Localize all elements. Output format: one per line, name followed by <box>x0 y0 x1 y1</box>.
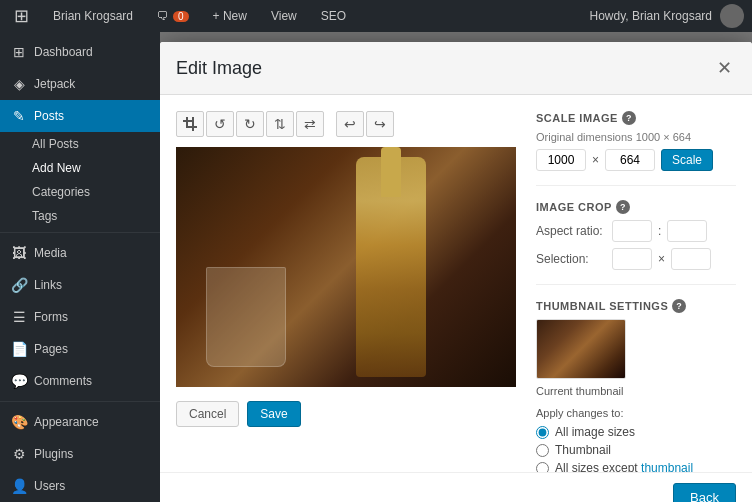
undo-button[interactable]: ↩ <box>336 111 364 137</box>
save-button[interactable]: Save <box>247 401 300 427</box>
comments-icon: 💬 <box>10 373 28 389</box>
flip-vertical-button[interactable]: ⇅ <box>266 111 294 137</box>
thumbnail-options: All image sizes Thumbnail All sizes exce… <box>536 425 736 472</box>
scale-height-input[interactable] <box>605 149 655 171</box>
sidebar-sub-tags[interactable]: Tags <box>0 204 160 228</box>
appearance-icon: 🎨 <box>10 414 28 430</box>
radio-thumbnail-label: Thumbnail <box>555 443 611 457</box>
modal-footer: Back <box>160 472 752 502</box>
scale-width-input[interactable] <box>536 149 586 171</box>
radio-except-thumbnail[interactable]: All sizes except thumbnail <box>536 461 736 472</box>
view-button[interactable]: View <box>265 0 303 32</box>
scale-separator: × <box>592 153 599 167</box>
radio-all-sizes-label: All image sizes <box>555 425 635 439</box>
radio-thumbnail[interactable]: Thumbnail <box>536 443 736 457</box>
scale-title: SCALE IMAGE ? <box>536 111 736 125</box>
pages-icon: 📄 <box>10 341 28 357</box>
sidebar: ⊞ Dashboard ◈ Jetpack ✎ Posts All Posts … <box>0 32 160 502</box>
image-preview <box>176 147 516 387</box>
sidebar-item-jetpack[interactable]: ◈ Jetpack <box>0 68 160 100</box>
sidebar-item-appearance[interactable]: 🎨 Appearance <box>0 406 160 438</box>
back-button[interactable]: Back <box>673 483 736 502</box>
selection-separator: × <box>658 252 665 266</box>
sidebar-item-dashboard[interactable]: ⊞ Dashboard <box>0 36 160 68</box>
bottle-neck-visual <box>381 147 401 197</box>
sidebar-item-forms[interactable]: ☰ Forms <box>0 301 160 333</box>
sidebar-item-users[interactable]: 👤 Users <box>0 470 160 502</box>
rotate-right-button[interactable]: ↻ <box>236 111 264 137</box>
apply-changes-label: Apply changes to: <box>536 407 736 419</box>
thumbnail-help-icon[interactable]: ? <box>672 299 686 313</box>
settings-panel: SCALE IMAGE ? Original dimensions 1000 ×… <box>536 111 736 456</box>
wp-logo[interactable]: ⊞ <box>8 0 35 32</box>
scale-help-icon[interactable]: ? <box>622 111 636 125</box>
sidebar-item-comments[interactable]: 💬 Comments <box>0 365 160 397</box>
radio-except-thumbnail-input[interactable] <box>536 462 549 473</box>
edit-image-modal: Edit Image ✕ ↺ ↻ ⇅ <box>160 42 752 502</box>
modal-header: Edit Image ✕ <box>160 42 752 95</box>
main-content: Add New Post Publish Edit Image ✕ <box>160 32 752 502</box>
thumbnail-title: THUMBNAIL SETTINGS ? <box>536 299 736 313</box>
admin-bar-left: ⊞ Brian Krogsard 🗨 0 + New View SEO <box>8 0 578 32</box>
seo-button[interactable]: SEO <box>315 0 352 32</box>
avatar <box>720 4 744 28</box>
sidebar-sub-categories[interactable]: Categories <box>0 180 160 204</box>
sidebar-item-plugins[interactable]: ⚙ Plugins <box>0 438 160 470</box>
site-name[interactable]: Brian Krogsard <box>47 0 139 32</box>
sidebar-divider <box>0 232 160 233</box>
thumbnail-preview <box>536 319 626 379</box>
except-thumbnail-link[interactable]: thumbnail <box>641 461 693 472</box>
crop-title: IMAGE CROP ? <box>536 200 736 214</box>
forms-icon: ☰ <box>10 309 28 325</box>
sidebar-sub-allposts[interactable]: All Posts <box>0 132 160 156</box>
rotate-left-button[interactable]: ↺ <box>206 111 234 137</box>
aspect-ratio-height-input[interactable] <box>667 220 707 242</box>
posts-icon: ✎ <box>10 108 28 124</box>
howdy-label: Howdy, Brian Krogsard <box>590 9 713 23</box>
selection-height-input[interactable] <box>671 248 711 270</box>
crop-section: IMAGE CROP ? Aspect ratio: : Selection: <box>536 200 736 270</box>
modal-overlay: Edit Image ✕ ↺ ↻ ⇅ <box>160 32 752 502</box>
comment-count[interactable]: 🗨 0 <box>151 0 195 32</box>
admin-bar: ⊞ Brian Krogsard 🗨 0 + New View SEO Howd… <box>0 0 752 32</box>
aspect-ratio-width-input[interactable] <box>612 220 652 242</box>
image-panel-footer: Cancel Save <box>176 401 516 427</box>
links-icon: 🔗 <box>10 277 28 293</box>
modal-close-button[interactable]: ✕ <box>712 56 736 80</box>
image-preview-inner <box>176 147 516 387</box>
jetpack-icon: ◈ <box>10 76 28 92</box>
sidebar-divider2 <box>0 401 160 402</box>
sidebar-item-media[interactable]: 🖼 Media <box>0 237 160 269</box>
current-thumbnail-label: Current thumbnail <box>536 385 736 397</box>
selection-label: Selection: <box>536 252 606 266</box>
radio-all-sizes-input[interactable] <box>536 426 549 439</box>
selection-row: Selection: × <box>536 248 736 270</box>
sidebar-item-posts[interactable]: ✎ Posts <box>0 100 160 132</box>
scale-inputs-row: × Scale <box>536 149 736 171</box>
selection-width-input[interactable] <box>612 248 652 270</box>
sidebar-sub-addnew[interactable]: Add New <box>0 156 160 180</box>
crop-tool-button[interactable] <box>176 111 204 137</box>
image-panel: ↺ ↻ ⇅ ⇄ ↩ ↪ <box>176 111 516 456</box>
plugins-icon: ⚙ <box>10 446 28 462</box>
radio-thumbnail-input[interactable] <box>536 444 549 457</box>
scale-button[interactable]: Scale <box>661 149 713 171</box>
cancel-button[interactable]: Cancel <box>176 401 239 427</box>
thumbnail-preview-inner <box>537 320 625 378</box>
thumbnail-section: THUMBNAIL SETTINGS ? Current thumbnail A… <box>536 299 736 472</box>
aspect-ratio-row: Aspect ratio: : <box>536 220 736 242</box>
glass-visual <box>206 267 286 367</box>
flip-horizontal-button[interactable]: ⇄ <box>296 111 324 137</box>
sidebar-item-links[interactable]: 🔗 Links <box>0 269 160 301</box>
sidebar-item-pages[interactable]: 📄 Pages <box>0 333 160 365</box>
original-dimensions: Original dimensions 1000 × 664 <box>536 131 736 143</box>
dashboard-icon: ⊞ <box>10 44 28 60</box>
aspect-ratio-label: Aspect ratio: <box>536 224 606 238</box>
new-button[interactable]: + New <box>207 0 253 32</box>
scale-section: SCALE IMAGE ? Original dimensions 1000 ×… <box>536 111 736 171</box>
layout: ⊞ Dashboard ◈ Jetpack ✎ Posts All Posts … <box>0 32 752 502</box>
crop-help-icon[interactable]: ? <box>616 200 630 214</box>
redo-button[interactable]: ↪ <box>366 111 394 137</box>
radio-all-sizes[interactable]: All image sizes <box>536 425 736 439</box>
radio-except-thumbnail-label: All sizes except thumbnail <box>555 461 693 472</box>
